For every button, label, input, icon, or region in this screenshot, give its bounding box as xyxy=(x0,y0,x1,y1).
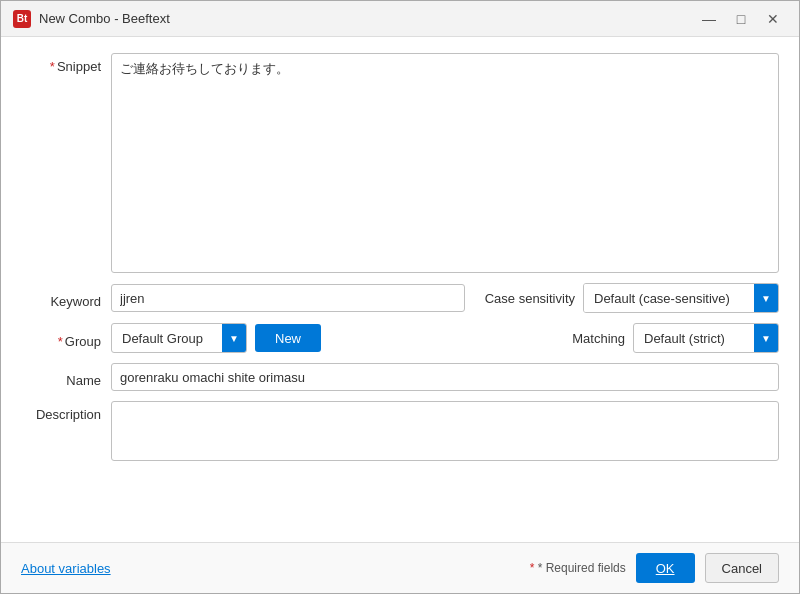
footer-right: * * Required fields OK Cancel xyxy=(530,553,779,583)
case-sensitivity-section: Case sensitivity Default (case-sensitive… xyxy=(485,283,779,313)
about-variables-link[interactable]: About variables xyxy=(21,561,111,576)
group-dropdown-arrow[interactable]: ▼ xyxy=(222,324,246,352)
description-label: Description xyxy=(21,401,111,422)
name-row: Name xyxy=(21,363,779,391)
close-button[interactable]: ✕ xyxy=(759,7,787,31)
minimize-button[interactable]: — xyxy=(695,7,723,31)
matching-dropdown[interactable]: Default (strict) ▼ xyxy=(633,323,779,353)
group-left: Default Group ▼ New xyxy=(111,323,572,353)
cancel-button[interactable]: Cancel xyxy=(705,553,779,583)
dialog-content: *Snippet ご連絡お待ちしております。 Keyword Case sens… xyxy=(1,37,799,542)
matching-value: Default (strict) xyxy=(634,324,754,352)
snippet-label: *Snippet xyxy=(21,53,111,74)
snippet-textarea[interactable]: ご連絡お待ちしております。 xyxy=(111,53,779,273)
title-bar: Bt New Combo - Beeftext — □ ✕ xyxy=(1,1,799,37)
matching-section: Matching Default (strict) ▼ xyxy=(572,323,779,353)
description-textarea[interactable] xyxy=(111,401,779,461)
name-label: Name xyxy=(21,367,111,388)
app-icon: Bt xyxy=(13,10,31,28)
snippet-row: *Snippet ご連絡お待ちしております。 xyxy=(21,53,779,273)
group-value: Default Group xyxy=(112,324,222,352)
case-sensitivity-dropdown[interactable]: Default (case-sensitive) ▼ xyxy=(583,283,779,313)
new-button[interactable]: New xyxy=(255,324,321,352)
case-sensitivity-arrow[interactable]: ▼ xyxy=(754,284,778,312)
group-label: *Group xyxy=(21,328,111,349)
matching-label: Matching xyxy=(572,331,625,346)
case-sensitivity-value: Default (case-sensitive) xyxy=(584,284,754,312)
footer: About variables * * Required fields OK C… xyxy=(1,542,799,593)
matching-dropdown-arrow[interactable]: ▼ xyxy=(754,324,778,352)
maximize-button[interactable]: □ xyxy=(727,7,755,31)
keyword-label: Keyword xyxy=(21,288,111,309)
title-bar-controls: — □ ✕ xyxy=(695,7,787,31)
keyword-input[interactable] xyxy=(111,284,465,312)
description-row: Description xyxy=(21,401,779,461)
name-input[interactable] xyxy=(111,363,779,391)
keyword-row: Keyword Case sensitivity Default (case-s… xyxy=(21,283,779,313)
required-fields-text: * * Required fields xyxy=(530,561,626,575)
ok-button[interactable]: OK xyxy=(636,553,695,583)
group-required-dot: * xyxy=(58,334,63,349)
group-dropdown[interactable]: Default Group ▼ xyxy=(111,323,247,353)
window-title: New Combo - Beeftext xyxy=(39,11,695,26)
case-sensitivity-label: Case sensitivity xyxy=(485,291,575,306)
group-row: *Group Default Group ▼ New Matching Defa… xyxy=(21,323,779,353)
main-window: Bt New Combo - Beeftext — □ ✕ *Snippet ご… xyxy=(0,0,800,594)
snippet-required-dot: * xyxy=(50,59,55,74)
required-asterisk: * xyxy=(530,561,535,575)
